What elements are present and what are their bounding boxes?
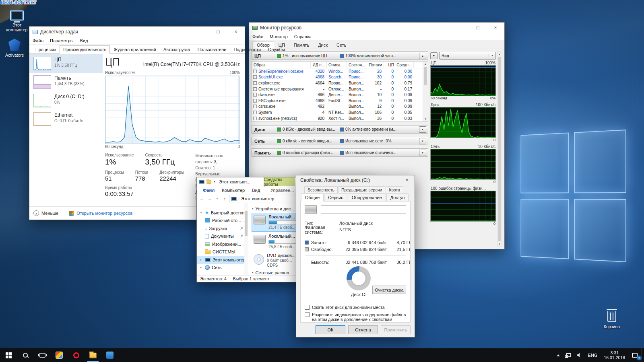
- process-table-header[interactable]: Образ ИД п... Описа... Состоя... Потоки …: [252, 62, 423, 68]
- nav-item-downloads[interactable]: ↓Загрузки: [197, 224, 244, 232]
- quick-access-chevron-icon[interactable]: ▼: [213, 181, 216, 183]
- tab-startup[interactable]: Автозагрузка: [160, 45, 194, 53]
- nav-item-network[interactable]: ▸Сеть: [197, 264, 244, 272]
- process-checkbox[interactable]: [253, 75, 257, 79]
- tab-memory[interactable]: Память: [289, 41, 314, 49]
- taskbar-app-capture[interactable]: [51, 348, 68, 362]
- disk-section-bar[interactable]: Диск 0 КБ/с - дисковый ввод-вы... 0% акт…: [252, 125, 428, 134]
- disk-cleanup-button[interactable]: Очистка диска: [372, 286, 406, 294]
- tab-quota[interactable]: Квота: [386, 186, 403, 193]
- history-chevron-icon[interactable]: ▼: [214, 197, 221, 200]
- collapse-icon[interactable]: ▾: [252, 271, 254, 274]
- nav-item-pictures[interactable]: Изображени...: [197, 240, 244, 248]
- process-checkbox[interactable]: [253, 87, 257, 91]
- expand-section-button[interactable]: ▼: [419, 138, 426, 144]
- ribbon-tab-file[interactable]: Файл: [199, 188, 218, 193]
- menu-view[interactable]: Вид: [77, 38, 91, 43]
- scroll-down-icon[interactable]: ▼: [497, 242, 502, 246]
- column-header-threads[interactable]: Потоки: [367, 62, 384, 68]
- tab-sharing[interactable]: Доступ: [386, 193, 409, 202]
- memory-section-bar[interactable]: Память 0 ошибок страницы физи... Использ…: [252, 148, 428, 157]
- menu-file[interactable]: Файл: [29, 38, 47, 43]
- process-checkbox[interactable]: [253, 111, 257, 114]
- expand-section-button[interactable]: ▼: [419, 126, 426, 133]
- process-checkbox[interactable]: [253, 117, 257, 120]
- search-button[interactable]: [17, 348, 34, 362]
- tab-performance[interactable]: Производительность: [60, 45, 110, 53]
- taskbar-app-explorer[interactable]: [85, 348, 101, 362]
- tab-app-history[interactable]: Журнал приложений: [110, 45, 160, 53]
- process-row[interactable]: Системные прерывания - Отлож... Выпол...…: [252, 86, 423, 92]
- desktop-icon-recycle-bin[interactable]: Корзина: [597, 311, 626, 329]
- forward-button[interactable]: →: [206, 196, 213, 201]
- breadcrumb[interactable]: Этот компьютер: [241, 196, 274, 201]
- process-checkbox[interactable]: [253, 81, 257, 85]
- scroll-down-icon[interactable]: ▼: [423, 117, 428, 121]
- checkbox[interactable]: [305, 305, 310, 310]
- maximize-button[interactable]: □: [469, 23, 487, 33]
- tab-hardware[interactable]: Оборудование: [348, 193, 386, 202]
- process-checkbox[interactable]: [253, 105, 257, 108]
- close-button[interactable]: ×: [487, 23, 504, 33]
- sidebar-item-cpu[interactable]: ЦП1% 3,50 ГГц: [29, 54, 103, 73]
- quick-access-toolbar-icon[interactable]: [206, 180, 211, 184]
- open-resource-monitor-link[interactable]: Открыть монитор ресурсов: [69, 211, 132, 216]
- process-row[interactable]: svchost.exe (netsvcs) 920 Хост-п... Выпо…: [252, 115, 423, 121]
- close-button[interactable]: ×: [399, 175, 415, 185]
- volume-label-input[interactable]: [321, 206, 406, 214]
- process-row[interactable]: csrss.exe 492 Выпол... 12 0 0.09: [252, 104, 423, 110]
- nav-item-sistemy[interactable]: СИСТЕМЫ: [197, 248, 244, 256]
- resmon-titlebar[interactable]: Монитор ресурсов – □ ×: [249, 23, 504, 33]
- language-indicator[interactable]: ENG: [584, 348, 601, 362]
- desktop-icon-this-pc[interactable]: Этот компьютер: [2, 10, 31, 32]
- collapse-section-button[interactable]: ▲: [419, 53, 426, 59]
- collapse-graphs-button[interactable]: ▶: [430, 52, 438, 59]
- tab-previous-versions[interactable]: Предыдущие версии: [338, 186, 385, 193]
- ribbon-tab-manage[interactable]: Управлен...: [267, 188, 297, 193]
- ribbon-tab-view[interactable]: Вид: [248, 188, 264, 193]
- process-checkbox[interactable]: [253, 99, 257, 103]
- menu-monitor[interactable]: Монитор: [266, 34, 291, 39]
- column-header-description[interactable]: Описа...: [327, 62, 347, 68]
- cancel-button[interactable]: Отмена: [348, 325, 378, 334]
- process-row[interactable]: explorer.exe 4664 Прово... Выпол... 102 …: [252, 80, 423, 86]
- tab-network[interactable]: Сеть: [332, 41, 351, 49]
- sidebar-item-ethernet[interactable]: EthernetО: 0 П: 0 кбит/с: [29, 110, 103, 128]
- tab-services[interactable]: Службы: [264, 45, 289, 53]
- process-row[interactable]: FSCapture.exe 4968 FastSt... Выпол... 9 …: [252, 98, 423, 104]
- scrollbar-thumb[interactable]: [245, 211, 248, 236]
- process-row[interactable]: ShellExperienceHost.exe 4328 Windo... Пр…: [252, 68, 423, 74]
- collapse-icon[interactable]: ▾: [252, 207, 254, 210]
- nav-item-this-pc[interactable]: ▸Этот компьютер: [197, 256, 244, 264]
- column-header-pid[interactable]: ИД п...: [311, 62, 327, 68]
- process-row[interactable]: SearchUI.exe 4368 Search... Приос... 30 …: [252, 74, 423, 80]
- close-button[interactable]: ×: [227, 27, 245, 37]
- process-row[interactable]: dwm.exe 896 Диспе... Выпол... 10 0 0.09: [252, 92, 423, 98]
- task-view-button[interactable]: [34, 348, 51, 362]
- minimize-button[interactable]: –: [192, 27, 209, 37]
- ribbon-tab-computer[interactable]: Компьютер: [218, 188, 248, 193]
- sidebar-item-memory[interactable]: Память1,4/4,3 ГБ (33%): [29, 73, 103, 91]
- taskbar-app-opera[interactable]: [68, 348, 85, 362]
- drive-tools-contextual-tab[interactable]: Средства работы: [264, 177, 295, 186]
- checkbox[interactable]: [305, 312, 310, 317]
- process-row[interactable]: System 4 NT Ker... Выпол... 106 0 0.05: [252, 109, 423, 115]
- maximize-button[interactable]: □: [209, 27, 227, 37]
- dialog-titlebar[interactable]: Свойства: Локальный диск (C:) ×: [296, 175, 415, 185]
- column-header-status[interactable]: Состоя...: [347, 62, 367, 68]
- index-checkbox-row[interactable]: Разрешить индексировать содержимое файло…: [305, 312, 406, 323]
- show-desktop-button[interactable]: [642, 348, 644, 362]
- tray-expand-button[interactable]: [553, 348, 564, 362]
- up-button[interactable]: ↑: [221, 196, 228, 201]
- back-button[interactable]: ←: [198, 196, 205, 201]
- expander-icon[interactable]: ▾: [199, 211, 203, 214]
- tab-general[interactable]: Общие: [301, 193, 324, 202]
- scroll-up-icon[interactable]: ▲: [497, 52, 502, 56]
- taskman-titlebar[interactable]: Диспетчер задач – □ ×: [29, 27, 245, 37]
- network-tray-button[interactable]: [564, 348, 574, 362]
- sidebar-item-disk[interactable]: Диск 0 (C: D:)0%: [29, 91, 103, 110]
- fewer-details-button[interactable]: ▲ Меньше: [33, 210, 58, 216]
- tab-disk[interactable]: Диск: [314, 41, 332, 49]
- minimize-button[interactable]: –: [451, 23, 469, 33]
- nav-item-documents[interactable]: Документы: [197, 232, 244, 241]
